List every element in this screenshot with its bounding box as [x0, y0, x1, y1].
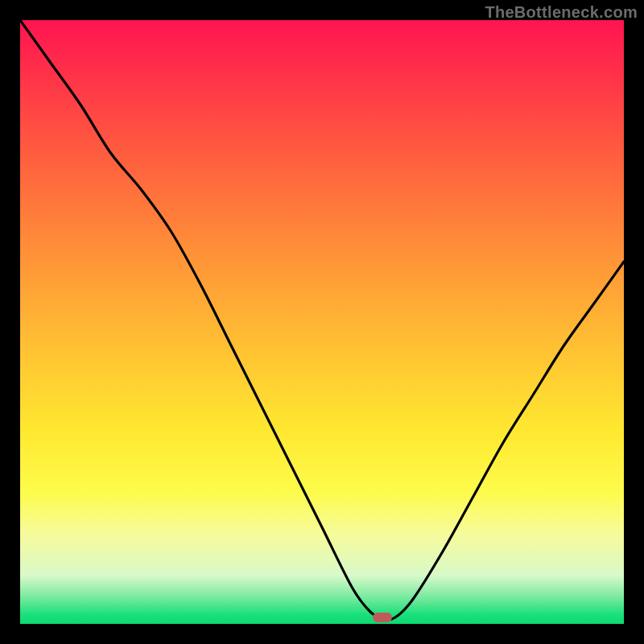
watermark-label: TheBottleneck.com	[485, 3, 638, 22]
chart-frame: TheBottleneck.com	[0, 0, 644, 644]
bottleneck-curve	[20, 20, 624, 624]
min-point-marker	[373, 613, 392, 622]
plot-area	[20, 20, 624, 624]
